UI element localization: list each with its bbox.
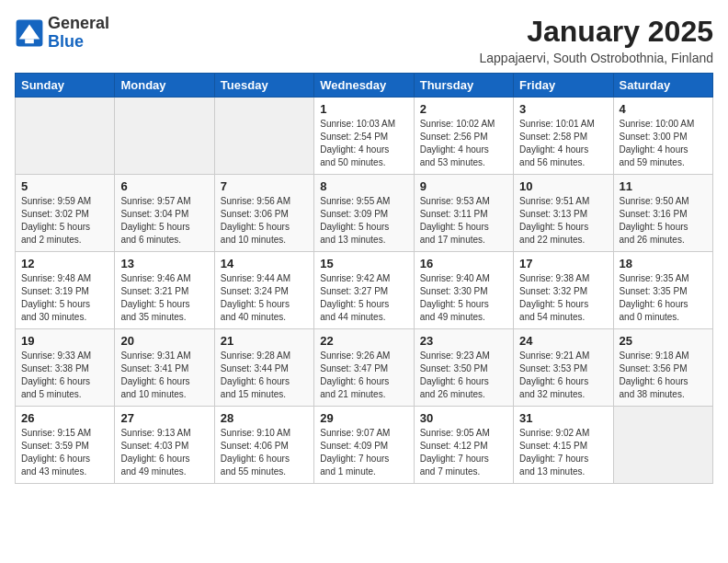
day-number: 27 xyxy=(120,411,208,425)
day-detail: Sunrise: 9:38 AM Sunset: 3:32 PM Dayligh… xyxy=(519,272,607,324)
calendar-cell: 13Sunrise: 9:46 AM Sunset: 3:21 PM Dayli… xyxy=(115,252,214,329)
day-detail: Sunrise: 9:59 AM Sunset: 3:02 PM Dayligh… xyxy=(21,195,108,247)
day-number: 31 xyxy=(519,411,607,425)
calendar-cell xyxy=(214,98,313,175)
day-detail: Sunrise: 9:07 AM Sunset: 4:09 PM Dayligh… xyxy=(320,427,407,478)
day-number: 1 xyxy=(320,102,407,116)
day-number: 29 xyxy=(320,411,407,425)
calendar-cell: 5Sunrise: 9:59 AM Sunset: 3:02 PM Daylig… xyxy=(16,175,115,252)
day-number: 20 xyxy=(120,334,208,348)
day-number: 15 xyxy=(320,257,407,270)
day-detail: Sunrise: 9:23 AM Sunset: 3:50 PM Dayligh… xyxy=(420,350,507,401)
day-number: 24 xyxy=(519,334,607,348)
day-detail: Sunrise: 9:10 AM Sunset: 4:06 PM Dayligh… xyxy=(221,427,308,478)
calendar-cell: 28Sunrise: 9:10 AM Sunset: 4:06 PM Dayli… xyxy=(214,407,313,484)
day-number: 22 xyxy=(320,334,407,348)
calendar-table: SundayMondayTuesdayWednesdayThursdayFrid… xyxy=(15,73,713,484)
day-number: 16 xyxy=(420,257,507,270)
calendar-week-row: 5Sunrise: 9:59 AM Sunset: 3:02 PM Daylig… xyxy=(16,175,713,252)
calendar-cell: 9Sunrise: 9:53 AM Sunset: 3:11 PM Daylig… xyxy=(414,175,513,252)
day-number: 4 xyxy=(620,102,707,116)
calendar-title: January 2025 xyxy=(480,15,714,49)
day-number: 8 xyxy=(320,179,407,193)
calendar-cell: 10Sunrise: 9:51 AM Sunset: 3:13 PM Dayli… xyxy=(514,175,613,252)
calendar-cell: 3Sunrise: 10:01 AM Sunset: 2:58 PM Dayli… xyxy=(514,98,613,175)
day-detail: Sunrise: 9:48 AM Sunset: 3:19 PM Dayligh… xyxy=(21,272,108,324)
weekday-header: Wednesday xyxy=(314,74,414,98)
day-detail: Sunrise: 9:31 AM Sunset: 3:41 PM Dayligh… xyxy=(120,350,208,401)
calendar-cell: 2Sunrise: 10:02 AM Sunset: 2:56 PM Dayli… xyxy=(414,98,513,175)
day-detail: Sunrise: 9:18 AM Sunset: 3:56 PM Dayligh… xyxy=(620,350,707,401)
day-number: 2 xyxy=(420,102,507,116)
day-detail: Sunrise: 10:00 AM Sunset: 3:00 PM Daylig… xyxy=(620,118,707,169)
calendar-cell: 12Sunrise: 9:48 AM Sunset: 3:19 PM Dayli… xyxy=(16,252,115,329)
calendar-cell: 24Sunrise: 9:21 AM Sunset: 3:53 PM Dayli… xyxy=(514,329,613,407)
calendar-cell: 17Sunrise: 9:38 AM Sunset: 3:32 PM Dayli… xyxy=(514,252,613,329)
calendar-cell: 8Sunrise: 9:55 AM Sunset: 3:09 PM Daylig… xyxy=(314,175,414,252)
day-number: 12 xyxy=(21,257,108,270)
day-number: 18 xyxy=(620,257,707,270)
calendar-week-row: 19Sunrise: 9:33 AM Sunset: 3:38 PM Dayli… xyxy=(16,329,713,407)
day-number: 23 xyxy=(420,334,507,348)
weekday-header: Saturday xyxy=(613,74,712,98)
calendar-cell: 31Sunrise: 9:02 AM Sunset: 4:15 PM Dayli… xyxy=(514,407,613,484)
day-number: 21 xyxy=(221,334,308,348)
day-detail: Sunrise: 9:35 AM Sunset: 3:35 PM Dayligh… xyxy=(620,272,707,324)
calendar-cell: 16Sunrise: 9:40 AM Sunset: 3:30 PM Dayli… xyxy=(414,252,513,329)
calendar-cell: 1Sunrise: 10:03 AM Sunset: 2:54 PM Dayli… xyxy=(314,98,414,175)
weekday-header: Sunday xyxy=(16,74,115,98)
day-number: 25 xyxy=(620,334,707,348)
calendar-cell: 14Sunrise: 9:44 AM Sunset: 3:24 PM Dayli… xyxy=(214,252,313,329)
calendar-week-row: 26Sunrise: 9:15 AM Sunset: 3:59 PM Dayli… xyxy=(16,407,713,484)
day-detail: Sunrise: 9:21 AM Sunset: 3:53 PM Dayligh… xyxy=(519,350,607,401)
day-number: 5 xyxy=(21,179,108,193)
calendar-cell: 4Sunrise: 10:00 AM Sunset: 3:00 PM Dayli… xyxy=(613,98,712,175)
calendar-cell: 26Sunrise: 9:15 AM Sunset: 3:59 PM Dayli… xyxy=(16,407,115,484)
day-detail: Sunrise: 9:50 AM Sunset: 3:16 PM Dayligh… xyxy=(620,195,707,247)
header: General Blue January 2025 Lappajaervi, S… xyxy=(15,15,713,65)
day-number: 11 xyxy=(620,179,707,193)
weekday-header: Friday xyxy=(514,74,613,98)
calendar-cell: 22Sunrise: 9:26 AM Sunset: 3:47 PM Dayli… xyxy=(314,329,414,407)
day-detail: Sunrise: 9:44 AM Sunset: 3:24 PM Dayligh… xyxy=(221,272,308,324)
logo-text: General Blue xyxy=(48,15,109,52)
calendar-week-row: 12Sunrise: 9:48 AM Sunset: 3:19 PM Dayli… xyxy=(16,252,713,329)
calendar-cell: 7Sunrise: 9:56 AM Sunset: 3:06 PM Daylig… xyxy=(214,175,313,252)
day-detail: Sunrise: 9:40 AM Sunset: 3:30 PM Dayligh… xyxy=(420,272,507,324)
calendar-cell: 21Sunrise: 9:28 AM Sunset: 3:44 PM Dayli… xyxy=(214,329,313,407)
weekday-header-row: SundayMondayTuesdayWednesdayThursdayFrid… xyxy=(16,74,713,98)
day-number: 30 xyxy=(420,411,507,425)
day-detail: Sunrise: 9:42 AM Sunset: 3:27 PM Dayligh… xyxy=(320,272,407,324)
title-block: January 2025 Lappajaervi, South Ostrobot… xyxy=(480,15,714,65)
logo: General Blue xyxy=(15,15,109,52)
day-detail: Sunrise: 9:05 AM Sunset: 4:12 PM Dayligh… xyxy=(420,427,507,478)
calendar-cell xyxy=(16,98,115,175)
weekday-header: Monday xyxy=(115,74,214,98)
weekday-header: Thursday xyxy=(414,74,513,98)
calendar-cell: 11Sunrise: 9:50 AM Sunset: 3:16 PM Dayli… xyxy=(613,175,712,252)
day-number: 19 xyxy=(21,334,108,348)
day-number: 10 xyxy=(519,179,607,193)
day-detail: Sunrise: 9:51 AM Sunset: 3:13 PM Dayligh… xyxy=(519,195,607,247)
day-number: 17 xyxy=(519,257,607,270)
day-number: 7 xyxy=(221,179,308,193)
day-number: 26 xyxy=(21,411,108,425)
day-detail: Sunrise: 9:46 AM Sunset: 3:21 PM Dayligh… xyxy=(120,272,208,324)
calendar-cell: 29Sunrise: 9:07 AM Sunset: 4:09 PM Dayli… xyxy=(314,407,414,484)
calendar-cell: 23Sunrise: 9:23 AM Sunset: 3:50 PM Dayli… xyxy=(414,329,513,407)
calendar-cell: 18Sunrise: 9:35 AM Sunset: 3:35 PM Dayli… xyxy=(613,252,712,329)
day-detail: Sunrise: 9:15 AM Sunset: 3:59 PM Dayligh… xyxy=(21,427,108,478)
day-number: 14 xyxy=(221,257,308,270)
calendar-cell: 6Sunrise: 9:57 AM Sunset: 3:04 PM Daylig… xyxy=(115,175,214,252)
day-detail: Sunrise: 9:28 AM Sunset: 3:44 PM Dayligh… xyxy=(221,350,308,401)
calendar-cell: 19Sunrise: 9:33 AM Sunset: 3:38 PM Dayli… xyxy=(16,329,115,407)
day-detail: Sunrise: 9:26 AM Sunset: 3:47 PM Dayligh… xyxy=(320,350,407,401)
calendar-cell xyxy=(613,407,712,484)
day-number: 13 xyxy=(120,257,208,270)
day-detail: Sunrise: 9:13 AM Sunset: 4:03 PM Dayligh… xyxy=(120,427,208,478)
day-detail: Sunrise: 10:02 AM Sunset: 2:56 PM Daylig… xyxy=(420,118,507,169)
calendar-subtitle: Lappajaervi, South Ostrobothnia, Finland xyxy=(480,51,714,65)
day-detail: Sunrise: 10:03 AM Sunset: 2:54 PM Daylig… xyxy=(320,118,407,169)
svg-rect-2 xyxy=(25,39,34,43)
day-detail: Sunrise: 9:55 AM Sunset: 3:09 PM Dayligh… xyxy=(320,195,407,247)
